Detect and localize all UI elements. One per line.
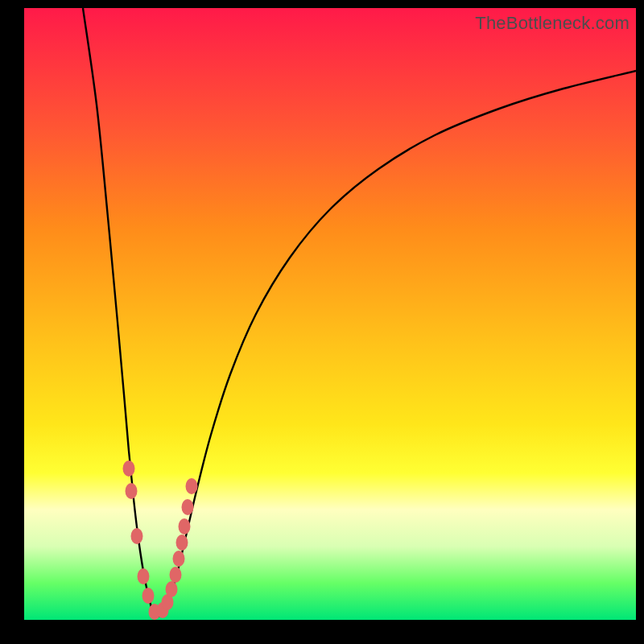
data-dot [173,551,185,567]
plot-area: TheBottleneck.com [24,8,636,620]
data-dot [131,528,143,544]
curve-path [83,8,636,617]
data-dot [166,581,178,597]
data-dot [176,535,188,551]
data-dot [182,499,194,515]
data-dot [170,567,182,583]
data-dot [179,518,191,535]
outer-frame: TheBottleneck.com [0,0,644,644]
bottleneck-chart [24,8,636,620]
data-dot [126,483,138,499]
data-dot [142,588,155,604]
data-dot [186,478,198,494]
dots-group [123,460,198,620]
data-dot [138,568,150,584]
data-dot [123,460,135,477]
